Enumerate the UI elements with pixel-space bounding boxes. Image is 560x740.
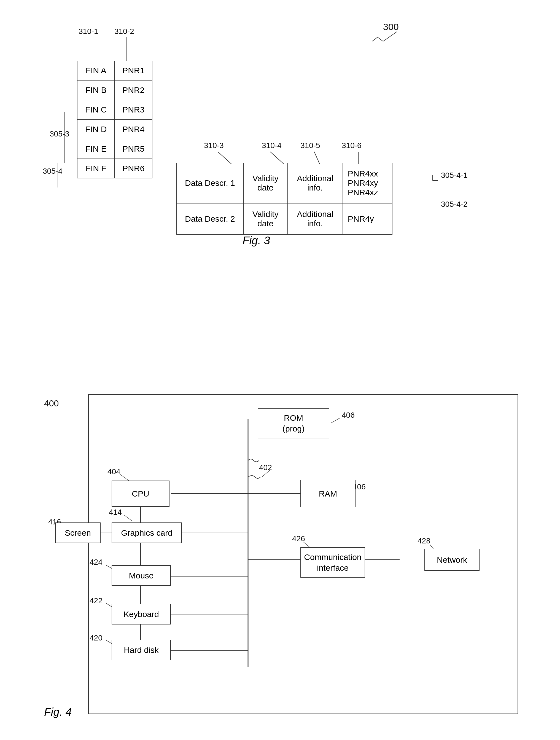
- network-box: Network: [424, 549, 479, 571]
- cpu-box: CPU: [112, 480, 170, 507]
- comm-interface-box: Communicationinterface: [300, 547, 365, 578]
- cell-pnr3: PNR3: [115, 100, 152, 120]
- left-table: FIN A PNR1 FIN B PNR2 FIN C PNR3 FIN D P…: [77, 61, 152, 178]
- cell-pnr5: PNR5: [115, 139, 152, 159]
- cell-fin-f: FIN F: [78, 159, 115, 178]
- cell-fin-b: FIN B: [78, 81, 115, 100]
- ref-420: 420: [90, 634, 103, 642]
- col-label-310-3: 310-3: [204, 141, 224, 150]
- cell-pnr4: PNR4: [115, 120, 152, 139]
- cell-additional-info-1: Additionalinfo.: [288, 163, 343, 203]
- cell-fin-a: FIN A: [78, 61, 115, 81]
- table-row-2: Data Descr. 2 Validitydate Additionalinf…: [177, 203, 393, 235]
- fig4-caption: Fig. 4: [44, 706, 72, 718]
- ref-400: 400: [44, 398, 59, 408]
- table-row: FIN D PNR4: [78, 120, 152, 139]
- svg-line-5: [314, 152, 320, 164]
- diagram-ref-300: 300: [383, 21, 399, 32]
- cell-pnr6: PNR6: [115, 159, 152, 178]
- cell-data-descr-2: Data Descr. 2: [177, 203, 244, 235]
- cell-pnr4xx: PNR4xxPNR4xyPNR4xz: [343, 163, 392, 203]
- row-label-305-3: 305-3: [49, 129, 70, 138]
- screen-box: Screen: [55, 523, 101, 543]
- ref-402: 402: [259, 463, 272, 472]
- keyboard-box: Keyboard: [112, 604, 171, 625]
- table-row: FIN C PNR3: [78, 100, 152, 120]
- svg-line-3: [218, 152, 231, 164]
- ref-406-rom: 406: [342, 411, 355, 420]
- rom-box: ROM(prog): [258, 408, 329, 438]
- cell-pnr4y: PNR4y: [343, 203, 392, 235]
- cell-validity-date-2: Validitydate: [243, 203, 288, 235]
- ref-422: 422: [90, 596, 103, 605]
- table-row: FIN A PNR1: [78, 61, 152, 81]
- cell-pnr1: PNR1: [115, 61, 152, 81]
- svg-line-2: [383, 32, 397, 41]
- col-label-310-5: 310-5: [300, 141, 320, 150]
- mouse-box: Mouse: [112, 565, 171, 586]
- col-label-310-2: 310-2: [114, 27, 134, 36]
- graphics-card-box: Graphics card: [112, 523, 182, 543]
- cell-validity-date-1: Validitydate: [243, 163, 288, 203]
- col-label-310-1: 310-1: [79, 27, 98, 36]
- row-label-305-4-2: 305-4-2: [441, 200, 468, 209]
- ref-426: 426: [292, 534, 305, 543]
- ref-428: 428: [418, 537, 431, 545]
- row-label-305-4: 305-4: [43, 167, 63, 176]
- row-label-305-4-1: 305-4-1: [441, 171, 468, 180]
- cell-pnr2: PNR2: [115, 81, 152, 100]
- svg-line-4: [270, 152, 284, 164]
- fig3-caption: Fig. 3: [242, 235, 270, 247]
- cell-fin-c: FIN C: [78, 100, 115, 120]
- right-table: Data Descr. 1 Validitydate Additionalinf…: [177, 163, 393, 235]
- ref-424: 424: [90, 558, 103, 567]
- table-row-1: Data Descr. 1 Validitydate Additionalinf…: [177, 163, 393, 203]
- cell-additional-info-2: Additionalinfo.: [288, 203, 343, 235]
- page: 310-1 310-2 300 305-3 305-4 FIN A PNR1 F…: [0, 0, 560, 740]
- ref-414: 414: [109, 508, 122, 517]
- table-row: FIN B PNR2: [78, 81, 152, 100]
- cell-data-descr-1: Data Descr. 1: [177, 163, 244, 203]
- col-label-310-4: 310-4: [262, 141, 282, 150]
- ref-404: 404: [107, 467, 120, 476]
- table-row: FIN F PNR6: [78, 159, 152, 178]
- hard-disk-box: Hard disk: [112, 640, 171, 660]
- cell-fin-e: FIN E: [78, 139, 115, 159]
- cell-fin-d: FIN D: [78, 120, 115, 139]
- col-label-310-6: 310-6: [342, 141, 361, 150]
- ram-box: RAM: [300, 480, 355, 507]
- table-row: FIN E PNR5: [78, 139, 152, 159]
